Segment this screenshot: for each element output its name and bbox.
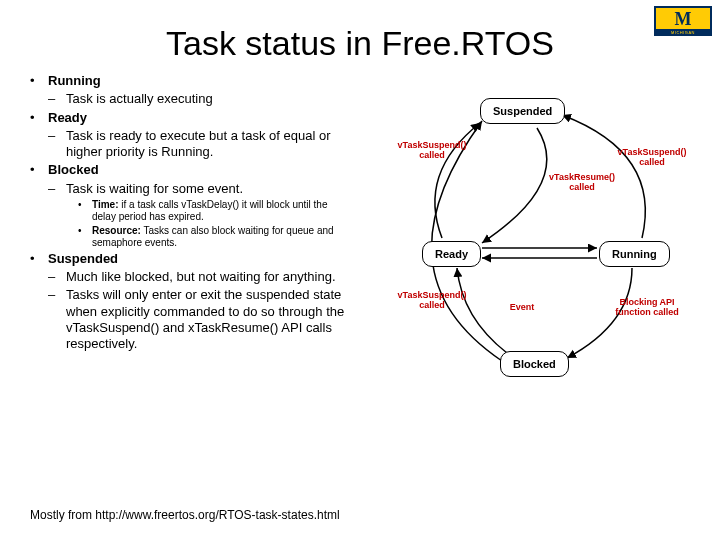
blocked-resource: Resource: Tasks can also block waiting f…	[92, 225, 350, 249]
node-running: Running	[599, 241, 670, 267]
blocked-desc: Task is waiting for some event.	[66, 181, 350, 197]
state-ready: Ready	[48, 110, 87, 126]
state-blocked: Blocked	[48, 162, 99, 178]
node-suspended: Suspended	[480, 98, 565, 124]
label-blocking: Blocking API function called	[607, 298, 687, 318]
suspended-desc2: Tasks will only enter or exit the suspen…	[66, 287, 350, 352]
label-resume: vTaskResume() called	[542, 173, 622, 193]
state-running: Running	[48, 73, 101, 89]
node-blocked: Blocked	[500, 351, 569, 377]
label-event: Event	[497, 303, 547, 313]
label-suspend3: vTaskSuspend() called	[392, 291, 472, 311]
slide-title: Task status in Free.RTOS	[0, 24, 720, 63]
ready-desc: Task is ready to execute but a task of e…	[66, 128, 350, 161]
node-ready: Ready	[422, 241, 481, 267]
suspended-desc1: Much like blocked, but not waiting for a…	[66, 269, 350, 285]
svg-text:M: M	[675, 9, 692, 29]
status-list: •Running –Task is actually executing •Re…	[30, 73, 350, 403]
michigan-logo: M MICHIGAN	[654, 6, 712, 36]
footer-source: Mostly from http://www.freertos.org/RTOS…	[30, 508, 340, 522]
label-suspend2: vTaskSuspend() called	[612, 148, 692, 168]
state-suspended: Suspended	[48, 251, 118, 267]
running-desc: Task is actually executing	[66, 91, 350, 107]
blocked-time: Time: if a task calls vTaskDelay() it wi…	[92, 199, 350, 223]
svg-text:MICHIGAN: MICHIGAN	[671, 30, 695, 35]
state-diagram: Suspended Ready Running Blocked vTaskSus…	[362, 73, 692, 403]
label-suspend1: vTaskSuspend() called	[392, 141, 472, 161]
